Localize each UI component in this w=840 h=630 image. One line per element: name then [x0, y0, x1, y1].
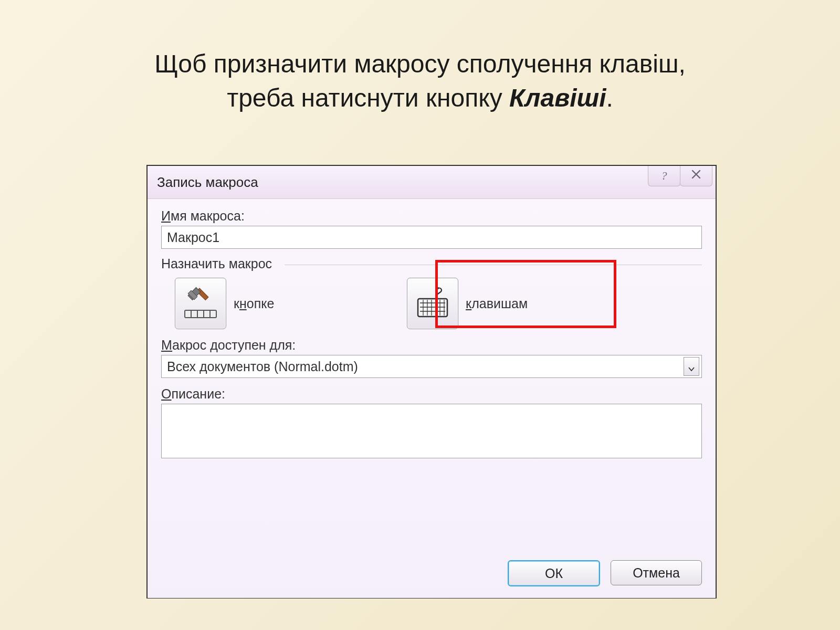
record-macro-dialog: Запись макроса ? Имя макроса: Назначить …: [146, 165, 717, 598]
assign-to-button-label: кнопке: [234, 296, 274, 311]
dialog-title: Запись макроса: [148, 174, 258, 191]
dialog-body: Имя макроса: Назначить макрос: [148, 199, 716, 598]
chevron-down-icon: [688, 359, 695, 374]
slide-heading: Щоб призначити макросу сполучення клавіш…: [0, 0, 840, 116]
assign-macro-label: Назначить макрос: [161, 256, 702, 271]
svg-rect-8: [418, 299, 447, 317]
cancel-button[interactable]: Отмена: [611, 560, 702, 585]
heading-emphasis: Клавіші: [509, 84, 606, 112]
assign-to-keyboard-option: клавишам: [407, 278, 528, 329]
macro-name-label: Имя макроса:: [161, 208, 702, 224]
assign-to-keyboard-label: клавишам: [466, 296, 528, 311]
help-icon: ?: [662, 169, 667, 183]
macro-description-input[interactable]: [161, 404, 702, 458]
svg-point-7: [437, 287, 439, 289]
macro-available-value: Всех документов (Normal.dotm): [167, 359, 358, 374]
heading-line2-suffix: .: [606, 84, 613, 112]
assign-to-button-button[interactable]: [175, 278, 226, 329]
dialog-titlebar: Запись макроса ?: [148, 166, 716, 199]
heading-line2-prefix: треба натиснути кнопку: [227, 84, 509, 112]
assign-row: кнопке: [161, 278, 702, 329]
heading-line1: Щоб призначити макросу сполучення клавіш…: [154, 50, 686, 78]
macro-description-label: Описание:: [161, 386, 702, 402]
assign-to-button-option: кнопке: [175, 278, 395, 329]
close-icon: [691, 169, 701, 183]
assign-to-keyboard-button[interactable]: [407, 278, 458, 329]
titlebar-buttons: ?: [648, 166, 712, 186]
help-button[interactable]: ?: [648, 166, 680, 186]
ok-button[interactable]: ОК: [508, 560, 600, 586]
dropdown-arrow-button[interactable]: [684, 357, 699, 376]
hammer-icon: [182, 283, 219, 324]
svg-rect-2: [185, 310, 216, 318]
dialog-button-row: ОК Отмена: [508, 560, 702, 586]
macro-available-label: Макрос доступен для:: [161, 338, 702, 353]
close-button[interactable]: [680, 166, 712, 186]
macro-available-dropdown[interactable]: Всех документов (Normal.dotm): [161, 355, 702, 378]
keyboard-icon: [414, 283, 452, 324]
macro-name-input[interactable]: [161, 226, 702, 249]
